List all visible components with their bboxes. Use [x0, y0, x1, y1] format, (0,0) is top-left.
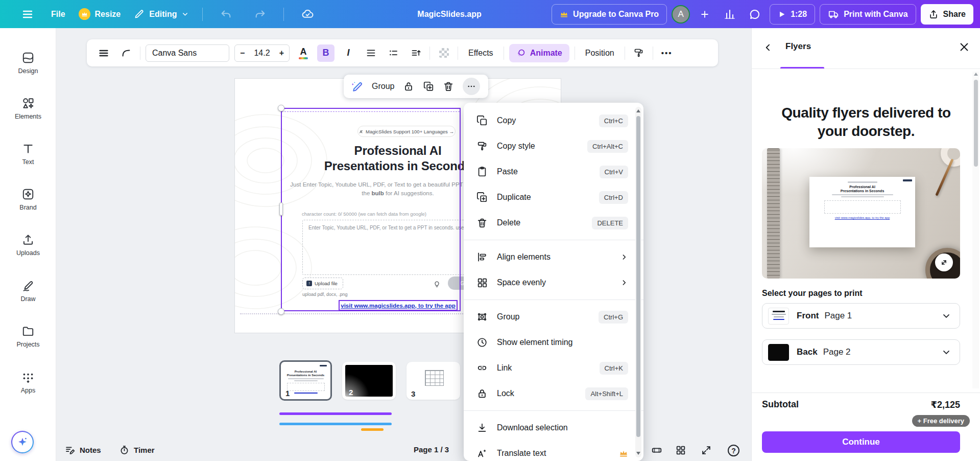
grid-view-button[interactable] [675, 445, 686, 456]
avatar[interactable]: A [672, 5, 690, 24]
increase-font-button[interactable]: + [279, 49, 284, 58]
panel-scrollbar[interactable] [972, 72, 979, 388]
menu-item-paste[interactable]: Paste Ctrl+V [464, 159, 643, 185]
undo-button[interactable] [216, 4, 236, 25]
resize-button[interactable]: Resize [79, 8, 121, 20]
continue-button[interactable]: Continue [762, 431, 960, 453]
font-size-value[interactable]: 14.2 [254, 49, 270, 58]
transparency-button[interactable] [435, 44, 452, 62]
back-page-selector[interactable]: Back Page 2 [762, 339, 960, 365]
line-spacing-button[interactable] [407, 44, 424, 62]
copy-style-button[interactable] [630, 44, 648, 62]
add-member-button[interactable] [695, 4, 715, 25]
magic-edit-icon[interactable] [350, 80, 363, 93]
menu-item-show-element-timing[interactable]: Show element timing [464, 330, 643, 355]
timeline-bar-purple[interactable] [279, 412, 392, 415]
help-icon: ? [728, 445, 739, 456]
more-options-button[interactable]: ••• [658, 44, 676, 62]
effects-button[interactable]: Effects [463, 49, 498, 58]
share-button[interactable]: Share [921, 4, 973, 25]
text-color-button[interactable]: A [295, 44, 312, 62]
comments-button[interactable] [745, 4, 765, 25]
menu-item-copy[interactable]: Copy Ctrl+C [464, 108, 643, 133]
slide-link-text[interactable]: visit www.magicslides.app, to try the ap… [339, 300, 458, 311]
timeline-bar-orange[interactable] [361, 428, 384, 431]
font-family-selector[interactable]: Canva Sans [146, 44, 229, 62]
selection-handle-top-left[interactable] [278, 105, 284, 111]
preview-logo [903, 179, 912, 181]
font-size-stepper[interactable]: − 14.2 + [234, 44, 290, 62]
timer-button[interactable]: Timer [119, 445, 155, 455]
menu-item-lock[interactable]: Lock Alt+Shift+L [464, 381, 643, 406]
notes-button[interactable]: Notes [65, 445, 101, 455]
sidebar-item-design[interactable]: Design [0, 51, 56, 75]
sidebar-item-projects[interactable]: Projects [0, 325, 56, 348]
italic-button[interactable]: I [340, 44, 357, 62]
present-button[interactable]: 1:28 [770, 4, 815, 25]
scrollbar-thumb[interactable] [974, 80, 978, 167]
main-menu-button[interactable] [17, 4, 38, 25]
bullet-list-button[interactable] [385, 44, 402, 62]
insights-button[interactable] [720, 4, 740, 25]
fullscreen-button[interactable] [701, 445, 712, 456]
sidebar-item-uploads[interactable]: Uploads [0, 233, 56, 257]
scroll-up-arrow[interactable] [636, 109, 640, 112]
unlock-icon[interactable] [403, 81, 414, 92]
help-button[interactable]: ? [728, 445, 739, 456]
product-photo[interactable]: Professional AIPresentations in Seconds … [762, 148, 960, 279]
menu-item-duplicate[interactable]: Duplicate Ctrl+D [464, 185, 643, 210]
menu-item-align-elements[interactable]: Align elements [464, 244, 643, 270]
redo-button[interactable] [250, 4, 270, 25]
scroll-down-arrow[interactable] [636, 452, 640, 455]
back-button[interactable] [763, 42, 773, 53]
animate-button[interactable]: Animate [509, 44, 569, 62]
group-button[interactable]: Group [372, 82, 394, 91]
close-panel-button[interactable] [959, 41, 970, 53]
menu-item-link[interactable]: Link Ctrl+K [464, 355, 643, 381]
menu-scrollbar[interactable] [635, 107, 641, 457]
sidebar-item-apps[interactable]: Apps [0, 371, 56, 394]
document-title[interactable]: MagicSlides.app [417, 10, 481, 19]
editing-mode-dropdown[interactable]: Editing [134, 9, 189, 19]
front-page-selector[interactable]: Front Page 1 [762, 303, 960, 329]
page-thumbnail-1[interactable]: Professional AIPresentations in Seconds … [279, 360, 332, 401]
tab-flyers[interactable]: Flyers [785, 41, 811, 52]
menu-item-copy-style[interactable]: Copy style Ctrl+Alt+C [464, 133, 643, 159]
selection-bounding-box[interactable] [281, 108, 461, 311]
text-align-button[interactable] [362, 44, 379, 62]
scrollbar-thumb[interactable] [636, 116, 640, 437]
more-actions-button[interactable] [463, 78, 480, 95]
page-thumbnail-3[interactable]: 3 [407, 362, 460, 400]
photo-flyer-sheet: Professional AIPresentations in Seconds … [809, 177, 915, 247]
duplicate-icon[interactable] [423, 81, 434, 92]
scroll-up-arrow[interactable] [974, 73, 978, 76]
file-menu-button[interactable]: File [51, 10, 65, 19]
sidebar-item-elements[interactable]: Elements [0, 97, 56, 120]
selection-handle-left-middle[interactable] [279, 202, 283, 216]
trash-icon[interactable] [443, 81, 454, 92]
curve-text-button[interactable] [117, 44, 135, 62]
upgrade-to-pro-button[interactable]: Upgrade to Canva Pro [552, 4, 667, 25]
text-styles-button[interactable] [95, 44, 112, 62]
cloud-save-status[interactable] [297, 4, 318, 25]
submenu-chevron-icon [620, 279, 628, 287]
menu-item-group[interactable]: Group Ctrl+G [464, 304, 643, 330]
position-button[interactable]: Position [580, 49, 619, 58]
sidebar-item-brand[interactable]: Brand [0, 188, 56, 211]
sidebar-item-text[interactable]: Text [0, 142, 56, 166]
print-with-canva-button[interactable]: Print with Canva [820, 4, 916, 25]
timeline-bar-blue[interactable] [279, 423, 392, 425]
timeline-view-button[interactable] [651, 445, 662, 456]
expand-photo-button[interactable] [935, 253, 953, 271]
sidebar-item-draw[interactable]: Draw [0, 279, 56, 303]
menu-item-delete[interactable]: Delete DELETE [464, 210, 643, 236]
page-thumbnail-2[interactable]: 2 [342, 362, 396, 400]
menu-item-translate-text[interactable]: Translate text [464, 441, 643, 461]
magic-assistant-button[interactable] [11, 431, 34, 453]
selection-handle-bottom-left[interactable] [278, 308, 284, 315]
share-icon [928, 9, 939, 19]
decrease-font-button[interactable]: − [240, 49, 245, 58]
menu-item-space-evenly[interactable]: Space evenly [464, 270, 643, 295]
bold-button[interactable]: B [317, 44, 334, 62]
menu-item-download-selection[interactable]: Download selection [464, 415, 643, 441]
